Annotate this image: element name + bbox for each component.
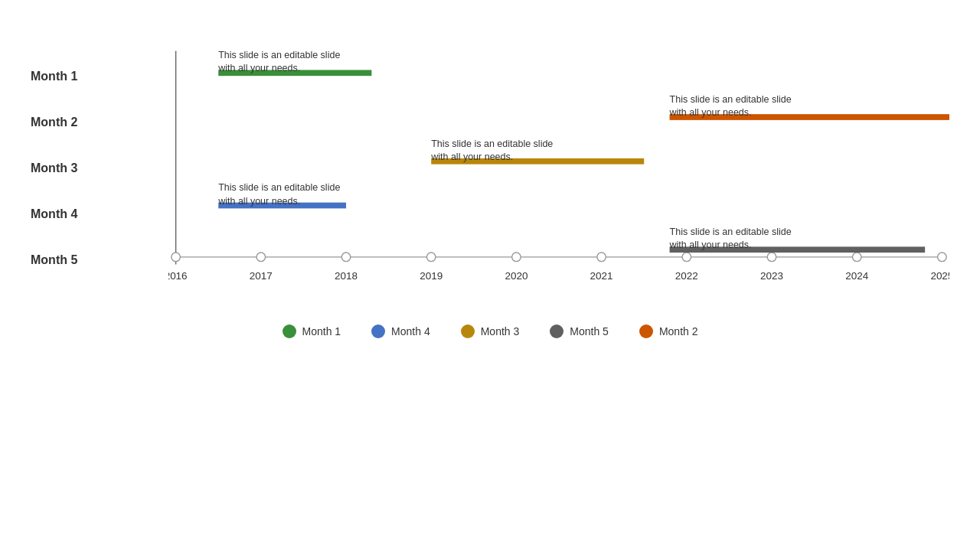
legend-dot — [639, 324, 653, 338]
tooltip-text: with all your needs. — [217, 63, 300, 73]
legend-dot — [461, 324, 475, 338]
svg-point-2 — [172, 253, 181, 262]
tooltip-text: This slide is an editable slide — [218, 182, 340, 193]
svg-point-4 — [256, 253, 266, 262]
page: Month 1Month 2Month 3Month 4Month 5 2016… — [0, 0, 980, 551]
y-label: Month 2 — [31, 99, 161, 145]
tooltip-text: with all your needs. — [669, 240, 752, 250]
svg-point-10 — [512, 253, 521, 262]
tooltip-text: This slide is an editable slide — [431, 139, 553, 149]
legend-item: Month 2 — [639, 324, 698, 338]
legend-item: Month 4 — [371, 324, 430, 338]
legend-item: Month 5 — [550, 324, 609, 338]
gantt-chart: 2016201720182019202020212022202320242025… — [168, 46, 949, 306]
tooltip-text: This slide is an editable slide — [670, 94, 792, 105]
legend-dot — [371, 324, 385, 338]
svg-point-6 — [341, 253, 351, 262]
svg-point-8 — [426, 253, 436, 262]
tooltip-text: with all your needs. — [669, 107, 752, 118]
tooltip-text: with all your needs. — [430, 152, 513, 162]
svg-text:2021: 2021 — [590, 270, 613, 282]
legend-item: Month 3 — [461, 324, 520, 338]
y-axis: Month 1Month 2Month 3Month 4Month 5 — [31, 46, 168, 309]
legend: Month 1Month 4Month 3Month 5Month 2 — [31, 324, 949, 338]
svg-point-18 — [852, 253, 861, 262]
y-label: Month 4 — [31, 191, 161, 237]
svg-text:2024: 2024 — [845, 270, 868, 282]
legend-label: Month 4 — [391, 325, 430, 337]
svg-text:2023: 2023 — [760, 270, 783, 282]
svg-text:2022: 2022 — [675, 270, 698, 282]
svg-point-12 — [597, 253, 606, 262]
svg-text:2016: 2016 — [168, 270, 188, 282]
y-label: Month 3 — [31, 145, 161, 191]
svg-text:2025: 2025 — [930, 270, 949, 282]
svg-text:2017: 2017 — [250, 270, 273, 282]
legend-label: Month 2 — [659, 325, 698, 337]
svg-text:2019: 2019 — [420, 270, 443, 282]
legend-item: Month 1 — [283, 324, 341, 338]
svg-point-20 — [938, 253, 947, 262]
tooltip-text: with all your needs. — [217, 196, 300, 207]
y-label: Month 5 — [31, 237, 161, 283]
legend-dot — [283, 324, 296, 338]
svg-text:2020: 2020 — [505, 270, 528, 282]
tooltip-text: This slide is an editable slide — [670, 227, 792, 237]
legend-label: Month 1 — [302, 325, 341, 337]
svg-point-14 — [682, 253, 691, 262]
legend-label: Month 5 — [570, 325, 609, 337]
chart-container: Month 1Month 2Month 3Month 4Month 5 2016… — [31, 46, 949, 309]
tooltip-text: This slide is an editable slide — [218, 50, 340, 60]
legend-label: Month 3 — [481, 325, 520, 337]
y-label: Month 1 — [31, 54, 161, 99]
chart-area: 2016201720182019202020212022202320242025… — [168, 46, 949, 309]
legend-dot — [550, 324, 564, 338]
svg-point-16 — [767, 253, 776, 262]
svg-text:2018: 2018 — [335, 270, 358, 282]
